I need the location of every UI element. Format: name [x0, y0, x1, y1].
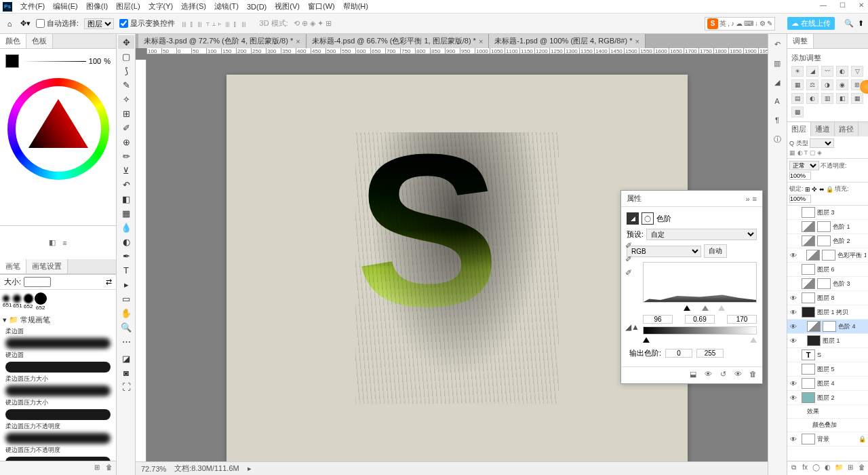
marquee-tool[interactable]: ▢ — [118, 50, 134, 63]
share-icon[interactable]: ⬆ — [858, 19, 864, 28]
link-layers-icon[interactable]: ⧉ — [789, 463, 798, 473]
menu-3d[interactable]: 3D(D) — [243, 1, 271, 12]
maximize-icon[interactable]: ☐ — [837, 1, 848, 10]
home-icon[interactable]: ⌂ — [4, 18, 15, 29]
clip-icon[interactable]: ◢▲ — [625, 322, 639, 332]
opacity-input[interactable] — [789, 172, 811, 180]
gradient-map-icon[interactable]: ▦ — [851, 93, 863, 104]
lookup-icon[interactable]: ▤ — [791, 93, 804, 104]
color-slider[interactable] — [22, 61, 86, 62]
close-tab-icon[interactable]: × — [296, 37, 300, 45]
info-icon[interactable]: ⓘ — [770, 132, 785, 147]
color-wheel[interactable] — [7, 78, 109, 180]
auto-button[interactable]: 自动 — [704, 244, 727, 258]
frame-tool[interactable]: ⊞ — [118, 107, 134, 120]
brightness-icon[interactable]: ☀ — [791, 66, 804, 77]
history-brush-tool[interactable]: ↶ — [118, 178, 134, 191]
tab-paths[interactable]: 路径 — [835, 122, 859, 136]
close-tab-icon[interactable]: × — [635, 37, 639, 45]
gradient-tool[interactable]: ▦ — [118, 206, 134, 220]
mask-icon[interactable]: ◯ — [812, 463, 821, 473]
move-tool-icon[interactable]: ✥▾ — [20, 19, 31, 28]
brush-tool[interactable]: ✏ — [118, 149, 134, 163]
fx-icon[interactable]: fx — [801, 463, 810, 473]
notification-blob[interactable] — [860, 80, 868, 94]
cloud-upload-button[interactable]: ☁ 在线上传 — [787, 17, 835, 30]
balance-icon[interactable]: ⚖ — [806, 79, 818, 90]
output-black-slider[interactable] — [643, 337, 650, 343]
crop-tool[interactable]: ⟡ — [118, 92, 134, 106]
screen-mode[interactable]: ⛶ — [118, 380, 134, 394]
delete-brush-icon[interactable]: 🗑 — [104, 463, 114, 473]
doc-info[interactable]: 文档:8.30M/111.6M — [174, 463, 239, 474]
ime-bar[interactable]: S 英,♪☁⌨↓⚙✎ — [705, 17, 775, 31]
layer-row[interactable]: 👁图层 2 — [787, 391, 868, 405]
menu-type[interactable]: 文字(Y) — [144, 0, 178, 13]
tab-channels[interactable]: 通道 — [811, 122, 835, 136]
layer-row[interactable]: 👁图层 1 — [787, 334, 868, 348]
fill-input[interactable] — [789, 195, 811, 203]
group-icon[interactable]: 📁 — [835, 463, 844, 473]
menu-image[interactable]: 图像(I) — [82, 0, 112, 13]
history-icon[interactable]: ↶ — [770, 37, 785, 52]
toggle-visibility-icon[interactable]: 👁 — [732, 370, 743, 381]
bw-icon[interactable]: ◑ — [821, 79, 833, 90]
sample-black-icon[interactable]: ✐ — [625, 241, 639, 250]
ruler-horizontal[interactable]: 1005005010015020025030035040045050055060… — [146, 48, 768, 54]
actions-icon[interactable]: ▥ — [770, 56, 785, 71]
levels-icon[interactable]: ◢ — [770, 75, 785, 90]
output-black[interactable] — [665, 349, 692, 358]
input-white[interactable] — [727, 315, 757, 324]
clip-to-layer-icon[interactable]: ⬓ — [688, 370, 698, 381]
layer-row[interactable]: 👁色阶 4 — [787, 320, 868, 334]
canvas[interactable]: S — [226, 75, 688, 461]
sample-white-icon[interactable]: ✐ — [625, 268, 639, 278]
doc-tab-2[interactable]: 未标题-4.psd @ 66.7% (色彩平衡 1, 图层蒙版/8) *× — [307, 34, 490, 48]
layer-row[interactable]: 色阶 2 — [787, 234, 868, 248]
selective-icon[interactable]: ▩ — [791, 107, 804, 117]
foreground-swatch[interactable] — [5, 54, 19, 68]
quick-select-tool[interactable]: ✎ — [118, 78, 134, 92]
layer-row[interactable]: 👁图层 4 — [787, 377, 868, 391]
menu-edit[interactable]: 编辑(E) — [49, 0, 82, 13]
collapse-icon[interactable]: » — [745, 195, 749, 203]
gamma-slider[interactable] — [702, 305, 709, 311]
path-select-tool[interactable]: ▸ — [118, 278, 134, 291]
layer-row[interactable]: 效果 — [787, 405, 868, 419]
new-brush-icon[interactable]: ⊞ — [92, 463, 102, 473]
heal-tool[interactable]: ⊕ — [118, 135, 134, 149]
menu-window[interactable]: 窗口(W) — [304, 0, 339, 13]
menu-layer[interactable]: 图层(L) — [112, 0, 144, 13]
menu-file[interactable]: 文件(F) — [16, 0, 49, 13]
blend-mode-select[interactable]: 正常 — [789, 161, 819, 170]
curves-icon[interactable]: 〰 — [821, 66, 833, 77]
hue-icon[interactable]: ▦ — [791, 79, 804, 90]
color-swap[interactable]: ◪ — [118, 352, 134, 365]
eyedropper-tool[interactable]: ✐ — [118, 121, 134, 134]
histogram[interactable] — [643, 262, 757, 303]
menu-help[interactable]: 帮助(H) — [339, 0, 372, 13]
preset-select[interactable]: 自定 — [646, 229, 757, 240]
threshold-icon[interactable]: ◧ — [836, 93, 848, 104]
menu-view[interactable]: 视图(V) — [271, 0, 304, 13]
menu-filter[interactable]: 滤镜(T) — [210, 0, 243, 13]
delete-layer-icon[interactable]: 🗑 — [857, 463, 866, 473]
layer-row[interactable]: 👁色彩平衡 1 — [787, 248, 868, 263]
brush-size-input[interactable] — [24, 277, 51, 287]
layer-row[interactable]: 色阶 3 — [787, 277, 868, 291]
layer-row[interactable]: 颜色叠加 — [787, 419, 868, 432]
tab-adjustments[interactable]: 调整 — [787, 34, 814, 48]
doc-tab-1[interactable]: 未标题-3.psd @ 72.7% (色阶 4, 图层蒙版/8) *× — [138, 34, 307, 48]
pen-tool[interactable]: ✒ — [118, 249, 134, 263]
output-white-slider[interactable] — [750, 337, 757, 343]
layer-row[interactable]: 图层 5 — [787, 362, 868, 377]
tab-color[interactable]: 颜色 — [0, 34, 26, 48]
delete-adj-icon[interactable]: 🗑 — [747, 370, 758, 381]
exposure-icon[interactable]: ◐ — [836, 66, 848, 77]
layer-row[interactable]: 👁图层 8 — [787, 291, 868, 305]
layer-row[interactable]: TS — [787, 348, 868, 362]
panel-icon[interactable]: ◧ — [49, 238, 56, 247]
lasso-tool[interactable]: ⟆ — [118, 64, 134, 77]
flip-icon[interactable]: ⇄ — [106, 278, 112, 286]
input-gamma[interactable] — [685, 315, 715, 324]
